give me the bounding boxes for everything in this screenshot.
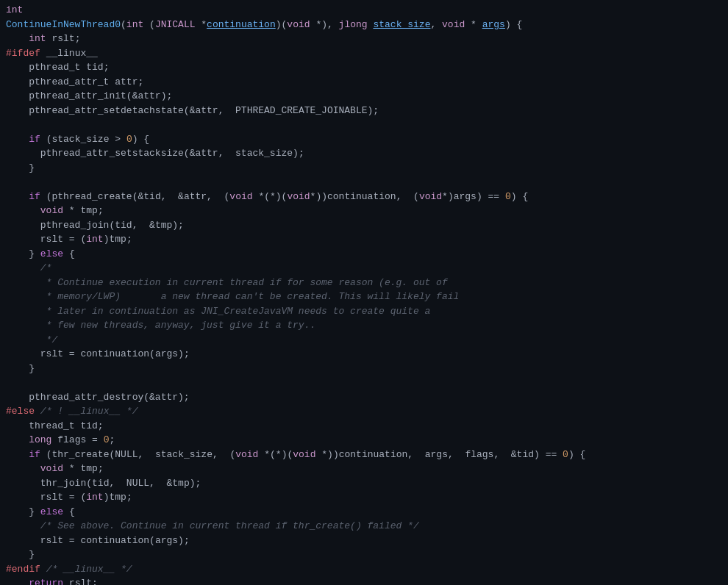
line-24: */ bbox=[0, 333, 728, 348]
line-20: * Continue execution in current thread i… bbox=[0, 276, 728, 290]
line-36: } else { bbox=[0, 505, 728, 520]
line-3: int rslt; bbox=[0, 32, 728, 46]
line-21: * memory/LWP) a new thread can't be crea… bbox=[0, 290, 728, 304]
line-34: thr_join(tid, NULL, &tmp); bbox=[0, 476, 728, 491]
line-2: ContinueInNewThread0(int (JNICALL *conti… bbox=[0, 18, 728, 32]
line-4: #ifdef __linux__ bbox=[0, 46, 728, 61]
line-19: /* bbox=[0, 261, 728, 276]
line-37: /* See above. Continue in current thread… bbox=[0, 519, 728, 534]
line-39: } bbox=[0, 548, 728, 562]
line-9 bbox=[0, 118, 728, 132]
line-5: pthread_t tid; bbox=[0, 60, 728, 75]
line-16: pthread_join(tid, &tmp); bbox=[0, 218, 728, 233]
line-11: pthread_attr_setstacksize(&attr, stack_s… bbox=[0, 146, 728, 161]
line-40: #endif /* __linux__ */ bbox=[0, 562, 728, 577]
line-10: if (stack_size > 0) { bbox=[0, 132, 728, 147]
code-editor: int ContinueInNewThread0(int (JNICALL *c… bbox=[0, 0, 728, 585]
line-6: pthread_attr_t attr; bbox=[0, 75, 728, 90]
line-13 bbox=[0, 175, 728, 190]
line-31: long flags = 0; bbox=[0, 433, 728, 448]
line-38: rslt = continuation(args); bbox=[0, 534, 728, 548]
line-15: void * tmp; bbox=[0, 204, 728, 218]
line-14: if (pthread_create(&tid, &attr, (void *(… bbox=[0, 190, 728, 204]
line-29: #else /* ! __linux__ */ bbox=[0, 404, 728, 419]
line-7: pthread_attr_init(&attr); bbox=[0, 89, 728, 104]
line-30: thread_t tid; bbox=[0, 419, 728, 434]
line-35: rslt = (int)tmp; bbox=[0, 490, 728, 505]
line-28: pthread_attr_destroy(&attr); bbox=[0, 390, 728, 405]
line-27 bbox=[0, 376, 728, 390]
line-1: int bbox=[0, 3, 728, 18]
line-17: rslt = (int)tmp; bbox=[0, 232, 728, 247]
line-32: if (thr_create(NULL, stack_size, (void *… bbox=[0, 448, 728, 462]
line-12: } bbox=[0, 161, 728, 176]
line-25: rslt = continuation(args); bbox=[0, 347, 728, 362]
line-23: * few new threads, anyway, just give it … bbox=[0, 318, 728, 333]
line-41: return rslt; bbox=[0, 576, 728, 585]
line-18: } else { bbox=[0, 247, 728, 262]
line-22: * later in continuation as JNI_CreateJav… bbox=[0, 304, 728, 319]
line-26: } bbox=[0, 362, 728, 376]
line-33: void * tmp; bbox=[0, 462, 728, 476]
line-8: pthread_attr_setdetachstate(&attr, PTHRE… bbox=[0, 104, 728, 118]
